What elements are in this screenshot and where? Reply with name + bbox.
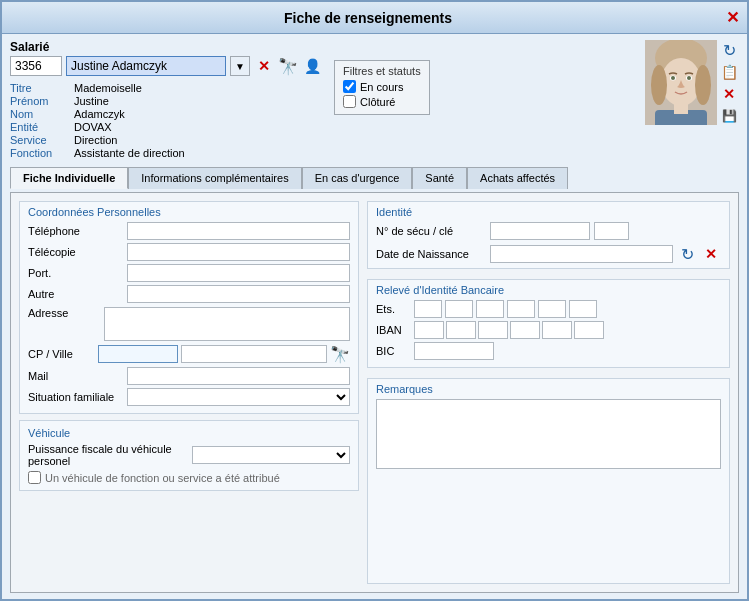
filters-title: Filtres et statuts — [343, 65, 421, 77]
content-area: Salarié ▼ ✕ 🔭 👤 Titre Mademoiselle Préno… — [2, 34, 747, 599]
telephone-label: Téléphone — [28, 225, 123, 237]
port-input[interactable] — [127, 264, 350, 282]
dob-input[interactable] — [490, 245, 673, 263]
ville-input[interactable] — [181, 345, 327, 363]
tab-fiche-individuelle[interactable]: Fiche Individuelle — [10, 167, 128, 189]
salarie-name-input[interactable] — [66, 56, 226, 76]
left-column: Coordonnées Personnelles Téléphone Téléc… — [19, 201, 359, 584]
telecopie-label: Télécopie — [28, 246, 123, 258]
upload-photo-button[interactable]: 📋 — [719, 62, 739, 82]
iban-input3[interactable] — [478, 321, 508, 339]
ets-label: Ets. — [376, 303, 411, 315]
iban-input4[interactable] — [510, 321, 540, 339]
adresse-label: Adresse — [28, 307, 100, 319]
adresse-input[interactable] — [104, 307, 350, 341]
ets-input2[interactable] — [445, 300, 473, 318]
autre-input[interactable] — [127, 285, 350, 303]
ets-input4[interactable] — [507, 300, 535, 318]
refresh-photo-button[interactable]: ↻ — [719, 40, 739, 60]
cp-search-button[interactable]: 🔭 — [330, 344, 350, 364]
situation-label: Situation familiale — [28, 391, 123, 403]
remarques-input[interactable] — [376, 399, 721, 469]
iban-input1[interactable] — [414, 321, 444, 339]
iban-input2[interactable] — [446, 321, 476, 339]
svg-point-3 — [651, 65, 667, 105]
right-column: Identité N° de sécu / clé Date de Naissa… — [367, 201, 730, 584]
service-label: Service — [10, 134, 70, 146]
vehicule-title: Véhicule — [28, 427, 350, 439]
salarie-inputs: ▼ ✕ 🔭 👤 — [10, 56, 322, 76]
ets-input5[interactable] — [538, 300, 566, 318]
vehicule-checkbox-row: Un véhicule de fonction ou service a été… — [28, 471, 350, 484]
tab-content: Coordonnées Personnelles Téléphone Téléc… — [10, 192, 739, 593]
titre-label: Titre — [10, 82, 70, 94]
telephone-input[interactable] — [127, 222, 350, 240]
delete-photo-button[interactable]: ✕ — [719, 84, 739, 104]
cloture-checkbox[interactable] — [343, 95, 356, 108]
nom-label: Nom — [10, 108, 70, 120]
filters-box: Filtres et statuts En cours Clôturé — [334, 60, 430, 115]
iban-label: IBAN — [376, 324, 411, 336]
secu-input[interactable] — [490, 222, 590, 240]
dob-row: Date de Naissance ↻ ✕ — [376, 244, 721, 264]
save-photo-button[interactable]: 💾 — [719, 106, 739, 126]
mail-input[interactable] — [127, 367, 350, 385]
nom-value: Adamczyk — [74, 108, 322, 120]
bic-input[interactable] — [414, 342, 494, 360]
dob-delete-button[interactable]: ✕ — [701, 244, 721, 264]
vehicule-checkbox-label: Un véhicule de fonction ou service a été… — [45, 472, 280, 484]
entite-value: DOVAX — [74, 121, 322, 133]
titre-value: Mademoiselle — [74, 82, 322, 94]
secu-key-input[interactable] — [594, 222, 629, 240]
autre-label: Autre — [28, 288, 123, 300]
tab-urgence[interactable]: En cas d'urgence — [302, 167, 413, 189]
svg-point-7 — [671, 76, 675, 80]
tab-informations-complementaires[interactable]: Informations complémentaires — [128, 167, 301, 189]
port-row: Port. — [28, 264, 350, 282]
rib-section: Relevé d'Identité Bancaire Ets. IBAN — [367, 279, 730, 368]
vehicule-section: Véhicule Puissance fiscale du véhicule p… — [19, 420, 359, 491]
remarques-section: Remarques — [367, 378, 730, 584]
dob-refresh-button[interactable]: ↻ — [677, 244, 697, 264]
telephone-row: Téléphone — [28, 222, 350, 240]
cp-input[interactable] — [98, 345, 178, 363]
tab-achats[interactable]: Achats affectés — [467, 167, 568, 189]
ets-input3[interactable] — [476, 300, 504, 318]
dob-delete-icon: ✕ — [705, 246, 717, 262]
person-button[interactable]: 👤 — [302, 56, 322, 76]
puissance-select-wrapper — [192, 446, 350, 464]
remarques-title: Remarques — [376, 383, 721, 395]
ets-input1[interactable] — [414, 300, 442, 318]
vehicule-checkbox[interactable] — [28, 471, 41, 484]
puissance-select[interactable] — [192, 446, 350, 464]
delete-salarie-button[interactable]: ✕ — [254, 56, 274, 76]
bic-row: BIC — [376, 342, 721, 360]
prenom-label: Prénom — [10, 95, 70, 107]
info-grid: Titre Mademoiselle Prénom Justine Nom Ad… — [10, 82, 322, 159]
title-bar: Fiche de renseignements ✕ — [2, 2, 747, 34]
svg-point-4 — [695, 65, 711, 105]
tabs-row: Fiche Individuelle Informations compléme… — [10, 167, 739, 189]
en-cours-checkbox[interactable] — [343, 80, 356, 93]
identite-title: Identité — [376, 206, 721, 218]
situation-select[interactable]: Célibataire Marié(e) Divorcé(e) Veuf/Veu… — [127, 388, 350, 406]
iban-row: IBAN — [376, 321, 721, 339]
telecopie-input[interactable] — [127, 243, 350, 261]
iban-input5[interactable] — [542, 321, 572, 339]
red-x-icon: ✕ — [258, 58, 270, 74]
search-salarie-button[interactable]: 🔭 — [278, 56, 298, 76]
mail-row: Mail — [28, 367, 350, 385]
secu-row: N° de sécu / clé — [376, 222, 721, 240]
main-window: Fiche de renseignements ✕ Salarié ▼ ✕ 🔭 … — [0, 0, 749, 601]
tab-sante[interactable]: Santé — [412, 167, 467, 189]
cloture-label: Clôturé — [360, 96, 395, 108]
window-title: Fiche de renseignements — [10, 10, 726, 26]
ets-input6[interactable] — [569, 300, 597, 318]
salarie-dropdown-button[interactable]: ▼ — [230, 56, 250, 76]
close-button[interactable]: ✕ — [726, 8, 739, 27]
puissance-label: Puissance fiscale du véhicule personel — [28, 443, 188, 467]
identite-section: Identité N° de sécu / clé Date de Naissa… — [367, 201, 730, 269]
salarie-id-input[interactable] — [10, 56, 62, 76]
iban-input6[interactable] — [574, 321, 604, 339]
autre-row: Autre — [28, 285, 350, 303]
